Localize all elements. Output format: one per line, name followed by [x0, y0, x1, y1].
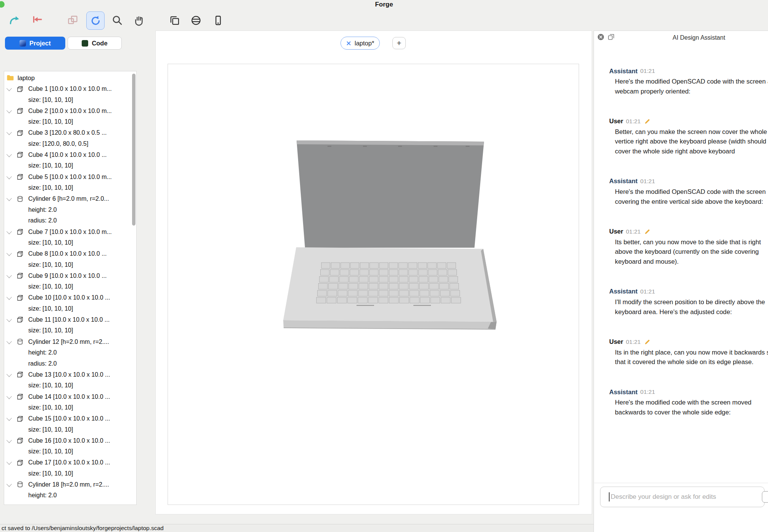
project-tree-panel: laptopCube 1 [10.0 x 10.0 x 10.0 m...siz… [4, 71, 137, 505]
tree-scrollbar-thumb[interactable] [132, 74, 136, 226]
cube-icon [16, 316, 24, 323]
chevron-down-icon[interactable] [6, 174, 12, 179]
tree-item[interactable]: Cube 9 [10.0 x 10.0 x 10.0 ... [4, 270, 136, 281]
tree-item-property: size: [10, 10, 10] [4, 380, 136, 391]
tree-item[interactable]: Cube 3 [120.0 x 80.0 x 0.5 ... [4, 127, 136, 139]
duplicate-button[interactable] [168, 13, 181, 27]
chevron-down-icon[interactable] [6, 459, 12, 465]
chevron-down-icon[interactable] [6, 130, 12, 135]
chevron-down-icon[interactable] [6, 371, 12, 377]
chevron-down-icon[interactable] [6, 251, 12, 256]
chevron-down-icon[interactable] [6, 416, 12, 421]
edit-pencil-icon [644, 339, 650, 345]
cube-icon [16, 437, 24, 444]
tree-item-property: size: [120.0, 80.0, 0.5] [4, 139, 136, 150]
tree-item[interactable]: Cube 15 [10.0 x 10.0 x 10.0 ... [4, 413, 136, 424]
chevron-down-icon[interactable] [6, 295, 12, 300]
add-tab-button[interactable]: + [392, 37, 406, 49]
detach-panel-button[interactable] [607, 33, 615, 41]
tree-item[interactable]: Cube 13 [10.0 x 10.0 x 10.0 ... [4, 369, 136, 380]
tree-item[interactable]: Cube 16 [10.0 x 10.0 x 10.0 ... [4, 435, 136, 446]
close-panel-button[interactable] [597, 33, 605, 41]
message-time: 01:21 [626, 118, 641, 125]
edit-message-button[interactable] [644, 339, 650, 345]
cube-icon [16, 228, 24, 235]
message-author: User [609, 228, 623, 235]
3d-canvas[interactable] [168, 64, 579, 505]
cube-icon [16, 107, 24, 114]
tab-project-label: Project [29, 40, 51, 47]
send-button[interactable] [762, 491, 768, 503]
tree-root-label: laptop [18, 74, 35, 82]
tree-item[interactable]: Cylinder 18 [h=2.0 mm, r=2.... [4, 479, 136, 490]
chevron-down-icon[interactable] [6, 86, 12, 91]
tree-item-label: Cube 8 [10.0 x 10.0 x 10.0 ... [28, 250, 106, 257]
tree-item-label: Cube 16 [10.0 x 10.0 x 10.0 ... [28, 437, 110, 444]
sphere-button[interactable] [189, 13, 203, 27]
tree-item[interactable]: Cube 2 [10.0 x 10.0 x 10.0 m... [4, 105, 136, 116]
chevron-down-icon[interactable] [6, 108, 12, 113]
tree-item[interactable]: Cube 8 [10.0 x 10.0 x 10.0 ... [4, 248, 136, 260]
pan-button[interactable] [132, 13, 146, 27]
close-tab-icon[interactable] [346, 41, 351, 46]
edit-message-button[interactable] [644, 229, 650, 235]
tree-item-label: Cube 9 [10.0 x 10.0 x 10.0 ... [28, 272, 106, 279]
tree-item-label: Cube 15 [10.0 x 10.0 x 10.0 ... [28, 415, 110, 422]
document-tab-laptop[interactable]: laptop* [340, 37, 380, 50]
tree-item-label: Cylinder 6 [h=2.0 mm, r=2.0... [28, 195, 109, 202]
status-text: ct saved to /Users/benjaminsloutsky/forg… [2, 525, 164, 531]
window-title: Forge [0, 1, 768, 8]
message-time: 01:21 [640, 288, 655, 295]
tree-item[interactable]: Cube 17 [10.0 x 10.0 x 10.0 ... [4, 457, 136, 468]
edit-message-button[interactable] [644, 118, 650, 124]
select-icon [67, 15, 79, 26]
chevron-down-icon[interactable] [6, 339, 12, 344]
text-caret [609, 492, 610, 501]
chat-input[interactable]: Describe your design or ask for edits [600, 487, 765, 507]
tree-item[interactable]: Cube 5 [10.0 x 10.0 x 10.0 m... [4, 171, 136, 182]
redo-button[interactable] [8, 13, 21, 27]
zoom-button[interactable] [110, 13, 124, 27]
tree-item[interactable]: Cube 10 [10.0 x 10.0 x 10.0 ... [4, 292, 136, 303]
chevron-down-icon[interactable] [6, 437, 12, 443]
project-tree: laptopCube 1 [10.0 x 10.0 x 10.0 m...siz… [4, 71, 136, 501]
ai-assistant-panel: AI Design Assistant Assistant01:21Here's… [594, 31, 768, 532]
tree-item[interactable]: Cube 7 [10.0 x 10.0 x 10.0 m... [4, 226, 136, 237]
cube-icon [16, 85, 24, 93]
rotate-button[interactable] [86, 11, 105, 30]
undo-button[interactable] [31, 13, 44, 27]
tree-item-property: size: [10, 10, 10] [4, 116, 136, 127]
tree-root-folder[interactable]: laptop [4, 73, 136, 84]
chevron-down-icon[interactable] [6, 393, 12, 399]
device-button[interactable] [211, 13, 225, 27]
chevron-down-icon[interactable] [6, 229, 12, 234]
chevron-down-icon[interactable] [6, 152, 12, 157]
tree-item-label: Cube 1 [10.0 x 10.0 x 10.0 m... [28, 85, 112, 92]
cube-icon [16, 459, 24, 466]
tree-item-property: size: [10, 10, 10] [4, 424, 136, 435]
select-button[interactable] [66, 13, 79, 27]
edit-pencil-icon [644, 229, 650, 235]
tree-item[interactable]: Cylinder 12 [h=2.0 mm, r=2.... [4, 336, 136, 347]
float-window-icon [607, 33, 615, 41]
tree-item-label: Cylinder 12 [h=2.0 mm, r=2.... [28, 339, 109, 345]
tree-item-property: radius: 2.0 [4, 358, 136, 369]
chevron-down-icon[interactable] [6, 196, 12, 201]
chevron-down-icon[interactable] [6, 481, 12, 487]
chevron-down-icon[interactable] [6, 316, 12, 322]
tree-item[interactable]: Cube 14 [10.0 x 10.0 x 10.0 ... [4, 391, 136, 402]
tree-item[interactable]: Cube 1 [10.0 x 10.0 x 10.0 m... [4, 84, 136, 95]
tree-item-property: size: [10, 10, 10] [4, 325, 136, 336]
cylinder-icon [16, 338, 24, 345]
tree-item[interactable]: Cube 11 [10.0 x 10.0 x 10.0 ... [4, 314, 136, 326]
tree-item-property: height: 2.0 [4, 347, 136, 358]
tab-code[interactable]: Code [68, 37, 122, 50]
cube-icon [16, 250, 24, 258]
chevron-down-icon[interactable] [6, 272, 12, 278]
tree-item-label: Cube 11 [10.0 x 10.0 x 10.0 ... [28, 316, 110, 323]
tree-item[interactable]: Cylinder 6 [h=2.0 mm, r=2.0... [4, 193, 136, 205]
tab-project[interactable]: Project [5, 37, 65, 50]
cube-icon [16, 415, 24, 422]
tree-item[interactable]: Cube 4 [10.0 x 10.0 x 10.0 ... [4, 150, 136, 161]
plus-icon: + [397, 39, 401, 48]
